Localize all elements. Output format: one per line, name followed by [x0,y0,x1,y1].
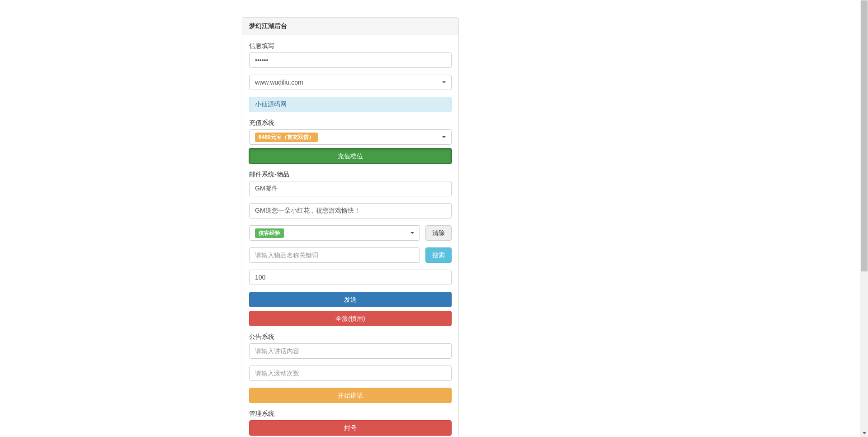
mail-content-input[interactable] [249,203,452,218]
chevron-down-icon [410,232,414,234]
recharge-button[interactable]: 充值档位 [249,148,452,164]
password-input[interactable] [249,52,452,68]
info-label: 信息填写 [249,42,452,50]
item-search-group: 搜索 [249,247,452,263]
notice-content-input[interactable] [249,343,452,359]
recharge-label: 充值系统 [249,119,452,127]
ban-button[interactable]: 封号 [249,420,452,436]
recharge-tier-value: 6480元宝（首充双倍） [255,133,318,142]
manage-label: 管理系统 [249,410,452,418]
server-select-value: www.wudiliu.com [255,79,303,86]
clear-button[interactable]: 清除 [425,225,452,241]
scroll-down-icon[interactable] [860,429,868,437]
notice-times-input[interactable] [249,366,452,381]
panel-title: 梦幻江湖后台 [242,18,458,35]
panel-body: 信息填写 www.wudiliu.com 充值系统 6480元宝（首充双倍） 充… [242,35,458,437]
admin-panel: 梦幻江湖后台 信息填写 www.wudiliu.com 充值系统 6480元宝（… [242,17,459,437]
chevron-down-icon [442,136,446,138]
chevron-down-icon [442,81,446,83]
start-talk-button[interactable]: 开始讲话 [249,388,452,403]
scrollbar-thumb[interactable] [861,0,868,271]
item-search-input[interactable] [249,247,420,263]
quantity-input[interactable] [249,270,452,285]
allserver-button[interactable]: 全服(慎用) [249,311,452,326]
item-select-group: 侠客经验 清除 [249,225,452,241]
server-select[interactable]: www.wudiliu.com [249,75,452,90]
vertical-scrollbar[interactable] [860,0,868,437]
search-button[interactable]: 搜索 [425,247,452,263]
send-button[interactable]: 发送 [249,292,452,307]
mail-title-input[interactable] [249,181,452,196]
item-select-value: 侠客经验 [255,228,284,238]
recharge-tier-select[interactable]: 6480元宝（首充双倍） [249,129,452,145]
item-select[interactable]: 侠客经验 [249,225,420,241]
mail-label: 邮件系统-物品 [249,171,452,179]
notice-label: 公告系统 [249,333,452,341]
account-input[interactable] [249,97,452,112]
